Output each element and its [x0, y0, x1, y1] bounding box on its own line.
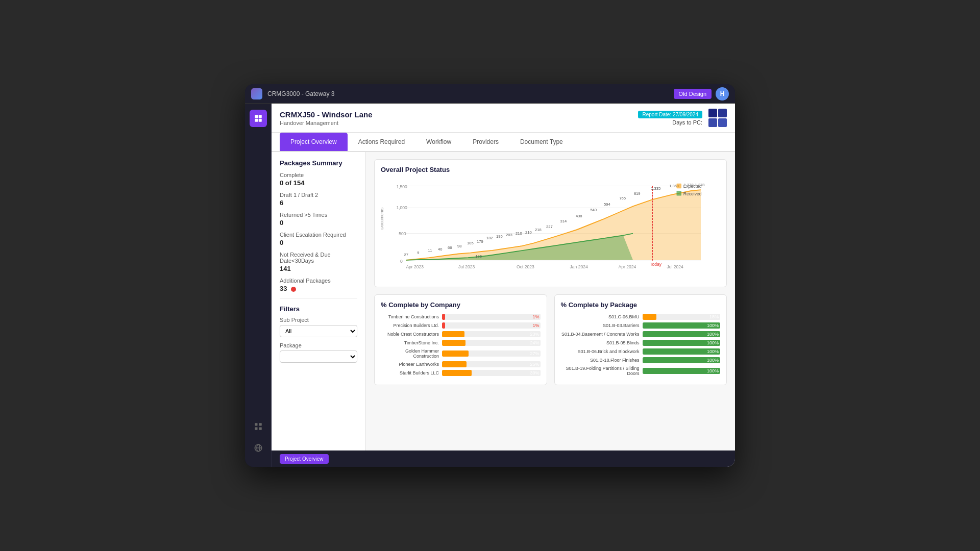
avatar[interactable]: H [716, 87, 729, 101]
company-bar-pct: 23% [530, 332, 539, 337]
report-date: Report Date: 27/09/2024 [638, 111, 702, 118]
package-bar-row: S01.B-19.Folding Partitions / Sliding Do… [561, 366, 721, 376]
svg-text:27: 27 [404, 253, 408, 257]
company-bar-label: Starlit Builders LLC [381, 370, 442, 375]
project-subtitle: Handover Management [280, 120, 373, 126]
package-bar-fill [643, 314, 656, 320]
package-bar-label: S01.B-18.Floor Finishes [561, 358, 643, 363]
company-bar-row: Starlit Builders LLC 30% [381, 370, 541, 376]
company-chart-container: % Complete by Company Timberline Constru… [374, 294, 547, 385]
package-bar-label: S01.B-05.Blinds [561, 340, 643, 345]
sidebar-icon-home[interactable] [250, 110, 267, 127]
package-bar-pct: 100% [707, 349, 719, 354]
company-bar-fill [442, 322, 445, 329]
svg-text:Expected: Expected [683, 184, 702, 189]
package-bar-track: 100% [643, 348, 721, 355]
company-bars: Timberline Constructions 1% Precision Bu… [381, 314, 541, 376]
svg-rect-3 [258, 119, 261, 122]
svg-text:40: 40 [438, 247, 442, 252]
overall-chart-area: 1,500 1,000 500 0 Documents [381, 179, 720, 281]
company-bar-row: Precision Builders Ltd. 1% [381, 322, 541, 329]
svg-text:182: 182 [486, 236, 493, 240]
returned-label: Returned >5 Times [280, 212, 357, 218]
company-bar-row: Pioneer Earthworks 25% [381, 361, 541, 367]
svg-text:0: 0 [400, 259, 403, 264]
package-bar-label: S01.B-19.Folding Partitions / Sliding Do… [561, 366, 643, 376]
company-bar-fill [442, 314, 445, 320]
svg-text:179: 179 [477, 239, 483, 244]
sidebar-icon-globe[interactable] [250, 439, 267, 457]
package-select[interactable] [280, 350, 357, 363]
company-bar-pct: 25% [530, 362, 539, 367]
filters-title: Filters [280, 305, 357, 313]
packages-summary-title: Packages Summary [280, 159, 357, 167]
svg-text:203: 203 [506, 233, 512, 237]
tab-project-overview[interactable]: Project Overview [280, 133, 348, 151]
complete-value: 0 of 154 [280, 179, 357, 187]
package-bar-track: 100% [643, 331, 721, 337]
svg-text:Received: Received [683, 191, 702, 196]
not-received-value: 141 [280, 265, 357, 272]
sub-project-select[interactable]: All [280, 325, 357, 337]
escalation-label: Client Escalation Required [280, 232, 357, 238]
tab-providers[interactable]: Providers [462, 133, 509, 151]
left-panel: Packages Summary Complete 0 of 154 Draft… [272, 152, 366, 450]
company-bar-label: Noble Crest Constructors [381, 332, 442, 337]
svg-text:819: 819 [634, 191, 641, 196]
package-bar-row: S01.B-05.Blinds 100% [561, 340, 721, 346]
svg-rect-5 [259, 423, 261, 425]
company-bar-fill [442, 361, 467, 367]
overall-chart-title: Overall Project Status [381, 166, 720, 173]
additional-label: Additional Packages [280, 278, 357, 284]
package-bar-label: S01.B-04.Basement / Concrete Works [561, 332, 643, 337]
company-bar-label: TimberStone Inc. [381, 340, 442, 345]
svg-text:195: 195 [496, 234, 503, 239]
company-bar-track: 27% [442, 350, 541, 357]
package-bar-label: S01.C-06.BMU [561, 314, 643, 319]
svg-text:500: 500 [399, 231, 406, 236]
tabs-row: Project Overview Actions Required Workfl… [272, 133, 735, 152]
company-bar-label: Pioneer Earthworks [381, 362, 442, 367]
package-chart-container: % Complete by Package S01.C-06.BMU 18% S… [554, 294, 727, 385]
company-bar-label: Golden Hammer Construction [381, 348, 442, 359]
svg-text:218: 218 [535, 228, 542, 232]
report-info: Report Date: 27/09/2024 Days to PC: [638, 111, 702, 126]
svg-text:66: 66 [448, 245, 452, 250]
package-bar-pct: 100% [707, 332, 719, 337]
svg-text:1,335: 1,335 [651, 186, 660, 191]
draft-label: Draft 1 / Draft 2 [280, 192, 357, 198]
bottom-tab-bar: Project Overview [272, 450, 735, 467]
company-chart-title: % Complete by Company [381, 301, 541, 309]
package-bar-row: S01.C-06.BMU 18% [561, 314, 721, 320]
svg-text:540: 540 [590, 208, 597, 212]
svg-rect-4 [255, 423, 257, 425]
package-bar-row: S01.B-04.Basement / Concrete Works 100% [561, 331, 721, 337]
svg-text:Apr 2023: Apr 2023 [406, 264, 424, 269]
app-window: CRMG3000 - Gateway 3 Old Design H [245, 84, 735, 467]
svg-text:Apr 2024: Apr 2024 [619, 264, 636, 269]
svg-text:Today: Today [650, 262, 662, 267]
divider-1 [280, 298, 357, 299]
package-bar-pct: 18% [709, 314, 719, 319]
company-bar-pct: 1% [532, 323, 539, 328]
company-bar-fill [442, 340, 465, 346]
svg-text:Documents: Documents [381, 208, 384, 230]
svg-text:210: 210 [525, 230, 532, 235]
not-received-label: Not Received & Due Date<30Days [280, 252, 357, 264]
bottom-tab-project-overview[interactable]: Project Overview [280, 454, 329, 464]
tab-workflow[interactable]: Workflow [415, 133, 462, 151]
content-grid: Packages Summary Complete 0 of 154 Draft… [272, 152, 735, 450]
project-header: CRMXJ50 - Windsor Lane Handover Manageme… [272, 104, 735, 133]
company-bar-track: 24% [442, 340, 541, 346]
package-bar-track: 100% [643, 322, 721, 329]
sidebar-icon-grid[interactable] [250, 418, 267, 435]
old-design-button[interactable]: Old Design [674, 89, 712, 99]
package-bar-row: S01.B-06.Brick and Blockwork 100% [561, 348, 721, 355]
tab-actions-required[interactable]: Actions Required [348, 133, 415, 151]
svg-text:Jan 2024: Jan 2024 [570, 264, 588, 269]
company-bar-fill [442, 370, 472, 376]
days-to-pc: Days to PC: [638, 119, 702, 126]
tab-document-type[interactable]: Document Type [509, 133, 574, 151]
company-bar-fill [442, 350, 469, 357]
svg-rect-6 [255, 428, 257, 430]
